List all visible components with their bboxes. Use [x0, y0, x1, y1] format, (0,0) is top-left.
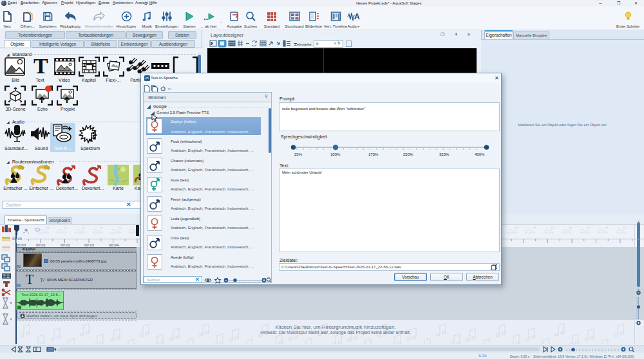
svg-text:A: A — [354, 12, 360, 21]
svg-text:T: T — [40, 277, 43, 282]
svg-text:Zeitmarke:: Zeitmarke: — [294, 42, 313, 46]
